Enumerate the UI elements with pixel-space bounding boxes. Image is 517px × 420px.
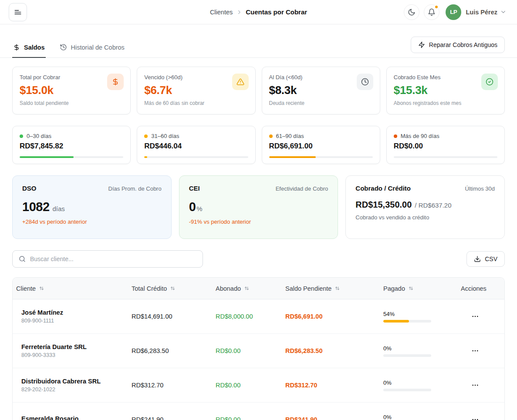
aging-value: RD$7,845.82 — [20, 142, 123, 151]
metric-value: RD$15,350.00 — [355, 200, 412, 210]
metric-title: DSO — [22, 185, 37, 192]
abonado-cell: RD$8,000.00 — [212, 313, 282, 320]
row-actions-button[interactable] — [469, 344, 482, 357]
warning-icon — [232, 74, 249, 90]
pagado-progress-track — [383, 354, 431, 357]
row-actions-button[interactable] — [469, 310, 482, 323]
aging-31-60: 31–60 días RD$446.04 — [137, 126, 255, 164]
pagado-percent: 0% — [383, 414, 457, 420]
ellipsis-icon — [471, 416, 479, 420]
column-header-label: Abonado — [216, 285, 241, 292]
row-actions-button[interactable] — [469, 379, 482, 392]
column-header-label: Pagado — [383, 285, 405, 292]
saldo-pendiente-cell: RD$6,283.50 — [282, 347, 380, 354]
aging-progress-track — [20, 156, 123, 158]
status-dot — [144, 134, 148, 138]
client-phone: 809-900-1111 — [21, 318, 128, 324]
csv-button-label: CSV — [485, 255, 497, 262]
metric-delta: -91% vs período anterior — [189, 218, 328, 225]
csv-export-button[interactable]: CSV — [466, 251, 505, 267]
aging-value: RD$0.00 — [394, 142, 497, 151]
actions-cell — [457, 379, 504, 392]
metric-unit: % — [196, 205, 202, 212]
dollar-icon — [13, 44, 20, 51]
sort-icon — [335, 286, 340, 291]
sort-icon — [39, 286, 44, 291]
tab-historial[interactable]: Historial de Cobros — [59, 40, 125, 57]
notifications-button[interactable] — [424, 4, 439, 20]
kpi-total-por-cobrar: Total por Cobrar $15.0k Saldo total pend… — [12, 67, 131, 114]
column-header-cliente[interactable]: Cliente — [13, 285, 128, 292]
table-row: Ferretería Duarte SRL 809-900-3333 RD$6,… — [13, 334, 504, 368]
column-header-label: Saldo Pendiente — [285, 285, 331, 292]
column-header-total-credito[interactable]: Total Crédito — [128, 285, 212, 292]
client-phone: 809-900-3333 — [21, 352, 128, 358]
column-header-label: Cliente — [16, 285, 36, 292]
abonado-cell: RD$0.00 — [212, 416, 282, 420]
abonado-cell: RD$0.00 — [212, 347, 282, 354]
metric-delta: +284d vs período anterior — [22, 218, 162, 225]
metric-caption: Días Prom. de Cobro — [108, 185, 162, 192]
saldo-pendiente-cell: RD$312.70 — [282, 382, 380, 389]
aging-61-90: 61–90 días RD$6,691.00 — [262, 126, 380, 164]
column-header-abonado[interactable]: Abonado — [212, 285, 282, 292]
repair-button[interactable]: Reparar Cobros Antiguos — [411, 37, 505, 53]
tab-historial-label: Historial de Cobros — [71, 44, 125, 51]
topbar-actions: LP Luis Pérez — [404, 4, 507, 20]
search-input[interactable] — [30, 255, 196, 262]
column-header-label: Acciones — [461, 285, 487, 292]
ellipsis-icon — [471, 347, 479, 355]
tab-saldos[interactable]: Saldos — [12, 40, 46, 57]
chevron-right-icon — [236, 9, 242, 15]
hamburger-icon — [14, 8, 22, 17]
metric-title: CEI — [189, 185, 200, 192]
user-menu[interactable]: Luis Pérez — [466, 9, 507, 16]
client-name: José Martínez — [21, 309, 128, 316]
status-dot — [20, 134, 23, 138]
metric-subtitle: Cobrado vs vendido a crédito — [355, 214, 495, 221]
row-actions-button[interactable] — [469, 413, 482, 420]
client-name: Ferretería Duarte SRL — [21, 343, 128, 350]
aging-0-30: 0–30 días RD$7,845.82 — [12, 126, 131, 164]
pagado-cell: 0% — [380, 414, 457, 420]
actions-cell — [457, 310, 504, 323]
menu-button[interactable] — [9, 3, 27, 21]
aging-value: RD$6,691.00 — [269, 142, 373, 151]
sort-icon — [170, 286, 176, 291]
client-cell: Esmeralda Rosario — [13, 415, 128, 420]
kpi-subtitle: Más de 60 días sin cobrar — [144, 100, 248, 106]
breadcrumb-clientes[interactable]: Clientes — [210, 9, 233, 16]
column-header-acciones: Acciones — [457, 285, 504, 292]
client-cell: Ferretería Duarte SRL 809-900-3333 — [13, 343, 128, 358]
metric-caption: Últimos 30d — [465, 185, 495, 192]
pagado-percent: 54% — [383, 311, 457, 317]
check-circle-icon — [481, 74, 498, 90]
pagado-cell: 0% — [380, 380, 457, 391]
pagado-progress-track — [383, 389, 431, 391]
column-header-saldo-pendiente[interactable]: Saldo Pendiente — [282, 285, 380, 292]
breadcrumb-current: Cuentas por Cobrar — [246, 8, 307, 16]
column-header-pagado[interactable]: Pagado — [380, 285, 457, 292]
avatar[interactable]: LP — [446, 4, 461, 20]
cei-card: CEI Efectividad de Cobro 0 % -91% vs per… — [179, 175, 338, 239]
bell-icon — [428, 8, 436, 16]
metric-cards: DSO Días Prom. de Cobro 1082 días +284d … — [0, 175, 517, 239]
table-row: José Martínez 809-900-1111 RD$14,691.00 … — [13, 299, 504, 334]
tabs: Saldos Historial de Cobros — [12, 40, 125, 57]
theme-toggle-button[interactable] — [404, 4, 419, 20]
aging-label: 0–30 días — [27, 133, 51, 139]
table-toolbar: CSV — [0, 250, 517, 268]
saldo-pendiente-cell: RD$6,691.00 — [282, 313, 380, 320]
pagado-cell: 0% — [380, 345, 457, 357]
status-dot — [269, 134, 273, 138]
total-credito-cell: RD$6,283.50 — [128, 347, 212, 354]
aging-90-plus: Más de 90 días RD$0.00 — [386, 126, 505, 164]
chevron-down-icon — [500, 9, 507, 15]
kpi-subtitle: Saldo total pendiente — [20, 100, 123, 106]
sort-icon — [408, 286, 414, 291]
aging-progress-fill — [144, 156, 147, 158]
search-icon — [19, 255, 26, 262]
sort-icon — [244, 286, 250, 291]
client-cell: Distribuidora Cabrera SRL 829-202-1022 — [13, 378, 128, 393]
aging-label: 61–90 días — [276, 133, 304, 139]
